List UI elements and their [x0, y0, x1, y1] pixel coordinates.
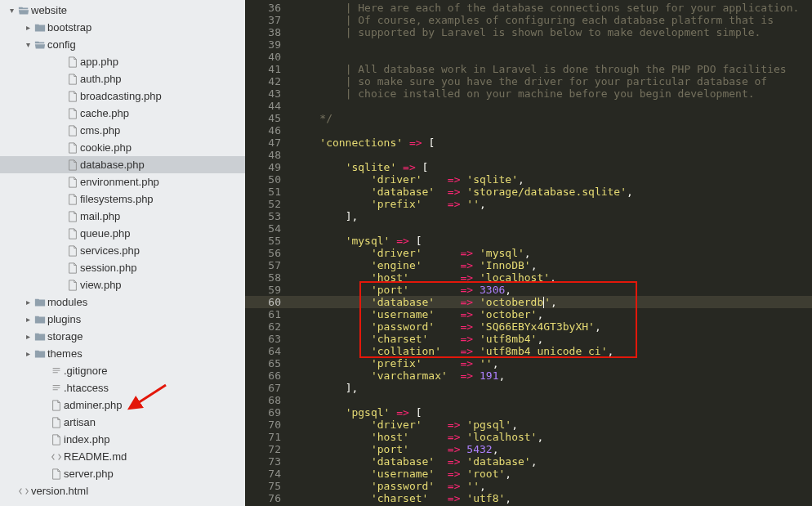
code-line[interactable]: 'charset' => 'utf8', [291, 492, 812, 504]
code-line[interactable] [291, 51, 812, 63]
code-line[interactable]: 'connections' => [ [291, 137, 812, 149]
tree-file-adminer-php[interactable]: adminer.php [0, 396, 245, 414]
tree-file-version-html[interactable]: version.html [0, 482, 245, 499]
code-line[interactable]: 'username' => 'root', [291, 468, 812, 480]
code-line[interactable]: 'port' => 5432, [291, 443, 812, 455]
tree-file--gitignore[interactable]: .gitignore [0, 362, 245, 379]
line-number: 59 [245, 284, 281, 296]
code-line[interactable]: 'pgsql' => [ [291, 406, 812, 419]
code-line[interactable] [291, 100, 812, 112]
code-line[interactable]: 'host' => 'localhost', [291, 271, 812, 284]
file-icon [65, 108, 80, 119]
tree-folder-website[interactable]: ▾website [0, 2, 245, 19]
tree-file-filesystems-php[interactable]: filesystems.php [0, 190, 245, 208]
tree-file-cms-php[interactable]: cms.php [0, 122, 245, 139]
tree-file-database-php[interactable]: database.php [0, 156, 245, 173]
tree-item-label: database.php [80, 159, 145, 171]
tree-item-label: app.php [80, 56, 118, 68]
tree-item-label: cookie.php [80, 141, 132, 154]
tree-folder-storage[interactable]: ▸storage [0, 328, 245, 345]
code-line[interactable]: 'database' => 'database', [291, 455, 812, 468]
tree-file-cookie-php[interactable]: cookie.php [0, 139, 245, 156]
code-line[interactable]: 'prefix' => '', [291, 198, 812, 210]
tree-item-label: view.php [80, 279, 122, 291]
code-line[interactable]: 'password' => '', [291, 480, 812, 492]
code-line[interactable]: 'database' => 'storage/database.sqlite', [291, 186, 812, 198]
code-line[interactable]: 'varcharmax' => 191, [291, 369, 812, 382]
file-icon [65, 262, 80, 274]
tree-file-server-php[interactable]: server.php [0, 465, 245, 482]
tree-file-app-php[interactable]: app.php [0, 53, 245, 70]
code-line[interactable]: 'port' => 3306, [291, 284, 812, 296]
code-line[interactable]: 'database' => 'octoberdb', [291, 296, 812, 308]
folder-open-icon [33, 39, 47, 51]
code-line[interactable]: 'mysql' => [ [291, 235, 812, 247]
code-line[interactable]: ], [291, 210, 812, 222]
code-line[interactable]: 'prefix' => '', [291, 357, 812, 369]
file-icon [65, 245, 80, 257]
code-content[interactable]: | Here are each of the database connecti… [291, 0, 812, 506]
tree-item-label: queue.php [80, 227, 130, 240]
code-line[interactable]: | so make sure you have the driver for y… [291, 75, 812, 87]
code-line[interactable]: 'username' => 'october', [291, 308, 812, 320]
tree-item-label: services.php [80, 244, 140, 257]
code-line[interactable]: 'host' => 'localhost', [291, 431, 812, 443]
tree-folder-modules[interactable]: ▸modules [0, 293, 245, 311]
tree-file-auth-php[interactable]: auth.php [0, 70, 245, 87]
file-icon [49, 400, 64, 411]
code-line[interactable]: 'password' => 'SQ66EBYx4GT3byXH', [291, 320, 812, 333]
tree-folder-bootstrap[interactable]: ▸bootstrap [0, 19, 245, 36]
tree-file-broadcasting-php[interactable]: broadcasting.php [0, 87, 245, 105]
code-line[interactable] [291, 38, 812, 51]
file-icon [65, 125, 80, 137]
tree-file-services-php[interactable]: services.php [0, 242, 245, 259]
tree-file-environment-php[interactable]: environment.php [0, 173, 245, 190]
code-line[interactable]: */ [291, 112, 812, 124]
code-line[interactable]: | Of course, examples of configuring eac… [291, 14, 812, 26]
tree-file--htaccess[interactable]: .htaccess [0, 379, 245, 396]
code-line[interactable]: 'sqlite' => [ [291, 161, 812, 173]
line-number: 44 [245, 100, 281, 112]
chevron-icon: ▸ [23, 349, 33, 358]
code-line[interactable] [291, 394, 812, 406]
line-number: 71 [245, 431, 281, 443]
tree-item-label: bootstrap [47, 21, 91, 34]
code-line[interactable]: 'driver' => 'sqlite', [291, 173, 812, 186]
code-line[interactable]: | choice installed on your machine befor… [291, 87, 812, 100]
code-line[interactable] [291, 149, 812, 161]
code-line[interactable]: 'charset' => 'utf8mb4', [291, 333, 812, 345]
tree-folder-themes[interactable]: ▸themes [0, 345, 245, 362]
code-line[interactable]: 'driver' => 'pgsql', [291, 419, 812, 431]
file-tree-sidebar[interactable]: ▾website▸bootstrap▾configapp.phpauth.php… [0, 0, 245, 506]
tree-file-artisan[interactable]: artisan [0, 414, 245, 431]
code-file-icon [16, 486, 31, 497]
file-icon [65, 228, 80, 240]
code-line[interactable] [291, 222, 812, 235]
line-number: 42 [245, 75, 281, 87]
tree-file-queue-php[interactable]: queue.php [0, 225, 245, 242]
tree-file-cache-php[interactable]: cache.php [0, 105, 245, 122]
code-line[interactable] [291, 124, 812, 137]
code-editor[interactable]: 3637383940414243444546474849505152535455… [245, 0, 812, 506]
code-line[interactable]: 'driver' => 'mysql', [291, 247, 812, 259]
file-icon [65, 194, 80, 205]
code-line[interactable]: | Here are each of the database connecti… [291, 2, 812, 14]
code-line[interactable]: | All database work in Laravel is done t… [291, 63, 812, 75]
code-line[interactable]: 'collation' => 'utf8mb4_unicode_ci', [291, 345, 812, 357]
tree-file-mail-php[interactable]: mail.php [0, 208, 245, 225]
file-icon [65, 91, 80, 102]
line-number: 63 [245, 333, 281, 345]
tree-file-README-md[interactable]: README.md [0, 448, 245, 465]
tree-file-index-php[interactable]: index.php [0, 431, 245, 448]
tree-folder-config[interactable]: ▾config [0, 36, 245, 53]
tree-file-session-php[interactable]: session.php [0, 259, 245, 276]
code-line[interactable]: | supported by Laravel is shown below to… [291, 26, 812, 38]
line-number: 56 [245, 247, 281, 259]
code-line[interactable]: ], [291, 382, 812, 394]
line-number: 43 [245, 87, 281, 100]
code-line[interactable]: 'engine' => 'InnoDB', [291, 259, 812, 271]
tree-file-view-php[interactable]: view.php [0, 276, 245, 293]
tree-item-label: session.php [80, 262, 136, 274]
tree-folder-plugins[interactable]: ▸plugins [0, 311, 245, 328]
line-number: 67 [245, 382, 281, 394]
